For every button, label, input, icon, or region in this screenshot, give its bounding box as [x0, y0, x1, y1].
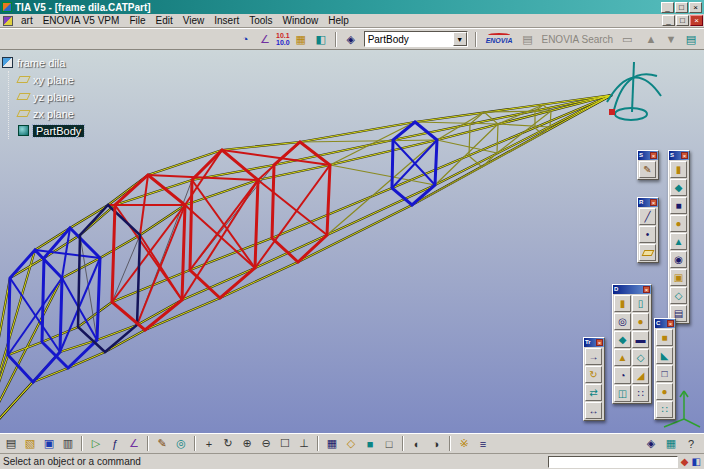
catalog-browser-icon[interactable]: ◈ — [642, 435, 660, 452]
multi-view-icon[interactable]: ▦ — [323, 435, 341, 452]
print-icon[interactable]: ▥ — [59, 435, 77, 452]
tail-frames[interactable] — [300, 105, 551, 235]
counter-icon[interactable]: 10.1 10.0 — [276, 32, 290, 46]
draft-icon[interactable]: ◣ — [656, 347, 673, 364]
join-icon[interactable]: ▣ — [670, 269, 687, 286]
compass-origin-dot[interactable] — [609, 109, 615, 115]
partbody-combo[interactable]: PartBody ▼ — [364, 31, 468, 47]
enovia-search-button[interactable]: ▭ — [618, 31, 636, 48]
pad-icon[interactable]: ▮ — [614, 295, 631, 312]
close-icon[interactable]: × — [650, 199, 657, 206]
annotate-icon[interactable]: ✎ — [153, 435, 171, 452]
command-input[interactable] — [548, 456, 678, 468]
power-input-icon[interactable]: ◆ — [681, 456, 689, 467]
minimize-button[interactable]: _ — [661, 2, 674, 13]
grid-icon[interactable]: ▦ — [292, 31, 310, 48]
menu-tools[interactable]: Tools — [244, 15, 277, 26]
array-icon[interactable]: ∷ — [656, 401, 673, 418]
chamfer-icon[interactable]: ◢ — [632, 367, 649, 384]
wireframe-mode-icon[interactable]: □ — [380, 435, 398, 452]
palette-title-bar[interactable]: C × — [655, 319, 675, 328]
thickness-icon[interactable]: ■ — [656, 329, 673, 346]
enovia-doc-icon[interactable]: ▤ — [518, 31, 536, 48]
tree-item-zx-plane[interactable]: zx plane — [18, 105, 84, 122]
menu-help[interactable]: Help — [323, 15, 354, 26]
layers-icon[interactable]: ≡ — [474, 435, 492, 452]
menu-insert[interactable]: Insert — [209, 15, 244, 26]
close-icon[interactable]: × — [681, 152, 688, 159]
zoom-out-icon[interactable]: ⊖ — [257, 435, 275, 452]
plane-tool-icon[interactable] — [639, 244, 656, 261]
translate-icon[interactable]: → — [585, 348, 602, 365]
pattern-icon[interactable]: ∷ — [632, 385, 649, 402]
menu-enovia-vpm[interactable]: ENOVIA V5 VPM — [38, 15, 125, 26]
doc-minimize-button[interactable]: _ — [662, 15, 675, 26]
view-compass[interactable] — [607, 62, 661, 120]
measure-icon[interactable]: ∠ — [256, 31, 274, 48]
tree-item-label[interactable]: zx plane — [33, 108, 74, 120]
close-button[interactable]: × — [689, 2, 702, 13]
pocket-icon[interactable]: ▯ — [632, 295, 649, 312]
chevron-down-icon[interactable]: ▼ — [453, 32, 467, 46]
split-icon[interactable]: ◇ — [670, 287, 687, 304]
menu-edit[interactable]: Edit — [151, 15, 178, 26]
menu-view[interactable]: View — [178, 15, 210, 26]
sweep-icon[interactable]: ■ — [670, 197, 687, 214]
menu-window[interactable]: Window — [278, 15, 324, 26]
rotate-view-icon[interactable]: ↻ — [219, 435, 237, 452]
help-icon[interactable]: ? — [682, 435, 700, 452]
shaded-mode-icon[interactable]: ■ — [361, 435, 379, 452]
tree-item-label[interactable]: yz plane — [33, 91, 74, 103]
palette-title-bar[interactable]: Tr × — [584, 338, 604, 347]
point-icon[interactable]: • — [639, 226, 656, 243]
blue-bracing[interactable] — [8, 140, 437, 355]
tree-item-partbody[interactable]: PartBody — [18, 122, 84, 139]
line-icon[interactable]: ╱ — [639, 208, 656, 225]
tree-item-yz-plane[interactable]: yz plane — [18, 88, 84, 105]
palette-title-bar[interactable]: S × — [669, 151, 689, 160]
hole-icon[interactable]: ● — [632, 313, 649, 330]
fit-all-icon[interactable]: ☐ — [276, 435, 294, 452]
stiffener-icon[interactable]: ▲ — [614, 349, 631, 366]
fly-mode-icon[interactable]: ▷ — [87, 435, 105, 452]
tree-item-xy-plane[interactable]: xy plane — [18, 71, 84, 88]
shaft-icon[interactable]: ◎ — [614, 313, 631, 330]
grid-toggle-icon[interactable]: ▦ — [662, 435, 680, 452]
symmetry-icon[interactable]: ⇄ — [585, 384, 602, 401]
pan-icon[interactable]: + — [200, 435, 218, 452]
scroll-down-icon[interactable]: ▼ — [662, 31, 680, 48]
save-icon[interactable]: ▣ — [40, 435, 58, 452]
more-tools-icon[interactable]: ▤ — [682, 31, 700, 48]
frame-rings[interactable] — [8, 122, 437, 382]
zoom-in-icon[interactable]: ⊕ — [238, 435, 256, 452]
scroll-up-icon[interactable]: ▲ — [642, 31, 660, 48]
isometric-view-icon[interactable]: ◇ — [342, 435, 360, 452]
close-icon[interactable]: × — [667, 320, 674, 327]
fill-icon[interactable]: ● — [670, 215, 687, 232]
menu-start[interactable]: art — [16, 15, 38, 26]
scale-icon[interactable]: ↔ — [585, 402, 602, 419]
light-icon[interactable]: ※ — [455, 435, 473, 452]
fillet-icon[interactable]: ◔ — [614, 367, 631, 384]
slot-icon[interactable]: ▬ — [632, 331, 649, 348]
offset-icon[interactable]: ◉ — [670, 251, 687, 268]
revolve-icon[interactable]: ◆ — [670, 179, 687, 196]
palette-title-bar[interactable]: D × — [613, 285, 651, 294]
open-folder-icon[interactable]: ▧ — [21, 435, 39, 452]
tree-item-label[interactable]: PartBody — [33, 125, 84, 137]
palette-title-bar[interactable]: R × — [638, 198, 658, 207]
close-icon[interactable]: × — [596, 339, 603, 346]
swap-space-icon[interactable]: ◑ — [427, 435, 445, 452]
rotate-transform-icon[interactable]: ↻ — [585, 366, 602, 383]
shell-icon[interactable]: □ — [656, 365, 673, 382]
doc-restore-button[interactable]: □ — [676, 15, 689, 26]
normal-view-icon[interactable]: ⊥ — [295, 435, 313, 452]
new-document-icon[interactable]: ▤ — [2, 435, 20, 452]
part-icon[interactable] — [2, 57, 13, 68]
sketch-icon[interactable]: ✎ — [639, 161, 656, 178]
catalog-icon[interactable]: ◈ — [342, 31, 360, 48]
groove-icon[interactable]: ● — [656, 383, 673, 400]
tree-root-label[interactable]: frame dila — [17, 57, 65, 69]
close-icon[interactable]: × — [650, 152, 657, 159]
3d-viewport[interactable]: frame dila xy plane yz plane zx plane P — [0, 50, 704, 433]
